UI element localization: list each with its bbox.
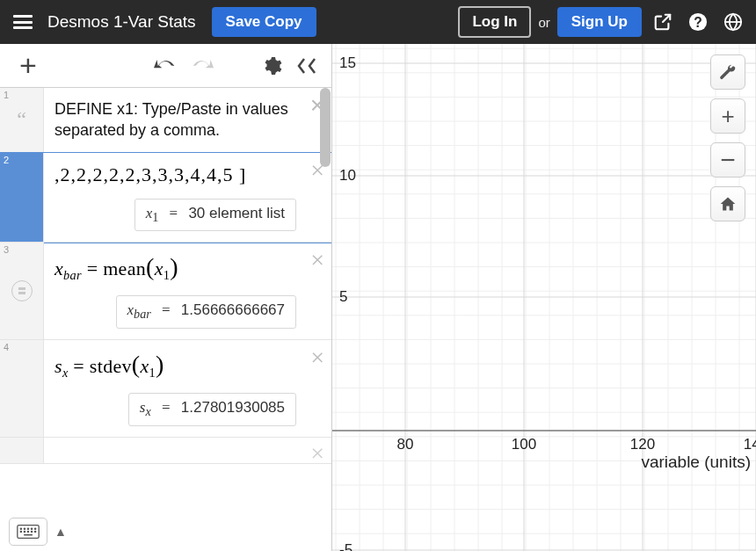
row-content[interactable]: × ,2,2,2,2,2,3,3,3,4,4,5 ] x1 = 30 eleme… [44, 153, 331, 242]
row-content[interactable]: × xbar = mean(x1) xbar = 1.56666666667 [44, 243, 331, 339]
svg-point-7 [31, 528, 32, 529]
x-tick-label: 80 [397, 436, 414, 453]
row-index: 2 [4, 155, 9, 165]
plus-icon: + [721, 103, 734, 130]
language-button[interactable] [717, 6, 749, 38]
svg-point-4 [20, 528, 21, 529]
x-tick-label: 120 [630, 436, 655, 453]
row-index: 4 [4, 342, 9, 352]
hamburger-icon [13, 15, 33, 29]
svg-point-6 [27, 528, 28, 529]
add-expression-button[interactable]: + [7, 48, 49, 83]
undo-icon [154, 57, 178, 75]
row-content[interactable]: × DEFINE x1: Type/Paste in values separa… [44, 88, 331, 152]
y-tick-label: 15 [339, 54, 356, 72]
y-tick-label: 10 [339, 167, 356, 185]
expression-math: xbar = mean(x1) [55, 257, 178, 279]
keyboard-icon [17, 524, 40, 540]
zoom-in-button[interactable]: + [710, 98, 745, 134]
expression-list: 1 “ × DEFINE x1: Type/Paste in values se… [0, 88, 331, 551]
settings-button[interactable] [254, 48, 289, 83]
header-icons: ? [647, 6, 749, 38]
scrollbar-thumb[interactable] [320, 88, 331, 167]
share-button[interactable] [647, 6, 679, 38]
row-gutter[interactable]: 4 [0, 340, 44, 437]
expression-row: 4 × sx = stdev(x1) sx = 1.27801930085 [0, 340, 331, 438]
x-axis-label: variable (units) [641, 453, 751, 472]
result-chip: sx = 1.27801930085 [128, 393, 296, 425]
svg-text:?: ? [694, 15, 702, 30]
item-icon [11, 280, 33, 301]
graph-area[interactable]: variable (units) + − 8010012014015105-5 [332, 44, 756, 551]
help-button[interactable]: ? [682, 6, 714, 38]
minus-icon: − [720, 145, 736, 175]
svg-point-8 [34, 528, 35, 529]
svg-point-11 [27, 531, 28, 532]
login-button[interactable]: Log In [458, 6, 531, 38]
wrench-icon [719, 63, 737, 81]
redo-icon [189, 57, 214, 75]
expression-row: 3 × xbar = mean(x1) xbar = 1.56666666667 [0, 243, 331, 340]
row-content[interactable]: × sx = stdev(x1) sx = 1.27801930085 [44, 340, 331, 437]
expression-panel: + 1 [0, 44, 332, 551]
svg-point-10 [24, 531, 25, 532]
expression-row: 2 × ,2,2,2,2,2,3,3,3,4,4,5 ] x1 = 30 ele… [0, 153, 331, 243]
y-tick-label: 5 [339, 288, 347, 306]
x-tick-label: 140 [744, 436, 756, 453]
scrollbar[interactable] [319, 88, 331, 551]
zoom-out-button[interactable]: − [710, 142, 745, 178]
page-title: Desmos 1-Var Stats [47, 12, 196, 32]
list-input[interactable]: ,2,2,2,2,2,3,3,3,4,4,5 ] [55, 163, 296, 186]
note-text: DEFINE x1: Type/Paste in values separate… [55, 98, 296, 141]
header-left: Desmos 1-Var Stats Save Copy [7, 6, 316, 38]
undo-button[interactable] [149, 48, 184, 83]
result-chip: xbar = 1.56666666667 [116, 295, 297, 328]
svg-rect-14 [24, 534, 33, 536]
row-gutter[interactable]: 2 [0, 153, 44, 242]
share-icon [653, 12, 672, 32]
row-content[interactable]: × [44, 438, 331, 463]
row-gutter[interactable]: 3 [0, 243, 44, 339]
keyboard-bar: ▲ [9, 518, 67, 546]
chevron-left-double-icon [296, 56, 317, 76]
caret-up-icon[interactable]: ▲ [55, 525, 67, 539]
graph-grid [332, 44, 756, 551]
gear-icon [261, 55, 282, 76]
home-icon [719, 195, 737, 213]
home-button[interactable] [710, 186, 745, 221]
row-index: 3 [4, 244, 9, 255]
row-gutter[interactable]: 1 “ [0, 88, 44, 152]
row-index: 1 [4, 90, 9, 100]
row-gutter[interactable] [0, 438, 44, 463]
help-icon: ? [688, 12, 708, 32]
expression-row: × [0, 438, 331, 464]
signup-button[interactable]: Sign Up [557, 7, 642, 37]
globe-icon [723, 12, 743, 32]
graph-tools: + − [710, 54, 745, 221]
menu-button[interactable] [7, 6, 39, 38]
graph-settings-button[interactable] [710, 54, 745, 90]
y-tick-label: -5 [339, 541, 353, 551]
expression-toolbar: + [0, 44, 331, 88]
save-copy-button[interactable]: Save Copy [212, 7, 316, 37]
expression-row: 1 “ × DEFINE x1: Type/Paste in values se… [0, 88, 331, 153]
app-header: Desmos 1-Var Stats Save Copy Log In or S… [0, 0, 756, 44]
expression-math: sx = stdev(x1) [55, 355, 164, 377]
redo-button[interactable] [184, 48, 219, 83]
svg-point-9 [20, 531, 21, 532]
collapse-panel-button[interactable] [289, 48, 324, 83]
svg-point-12 [31, 531, 32, 532]
svg-point-5 [24, 528, 25, 529]
result-chip: x1 = 30 element list [134, 199, 296, 231]
x-tick-label: 100 [512, 436, 536, 453]
keyboard-button[interactable] [9, 518, 47, 546]
or-label: or [538, 15, 549, 30]
svg-point-13 [34, 531, 35, 532]
